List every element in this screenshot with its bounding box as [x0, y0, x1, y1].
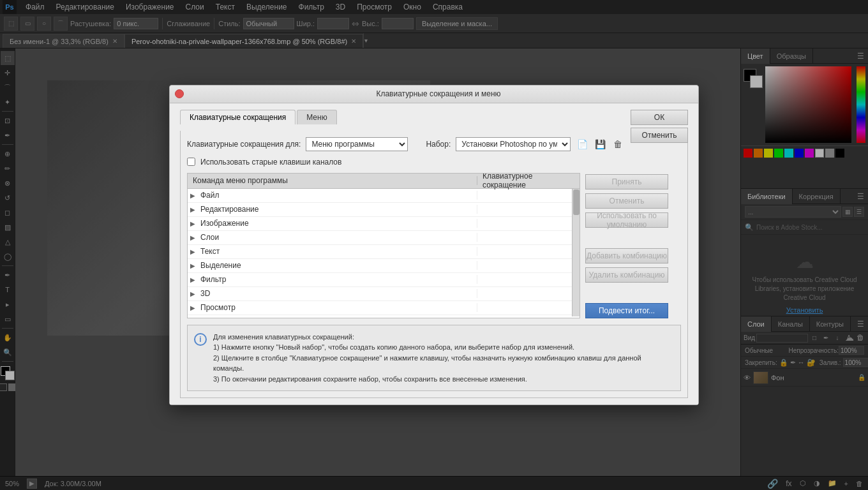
accept-button[interactable]: Принять [585, 174, 668, 189]
dialog-ok-cancel: ОК Отменить [631, 110, 688, 143]
info-icon: i [194, 333, 207, 346]
save-set-icon[interactable]: 💾 [594, 138, 606, 151]
dialog-content-area: Клавиатурные сокращения для: Меню програ… [180, 131, 688, 399]
table-scroll-thumb[interactable] [573, 189, 580, 215]
btn-spacer-2 [585, 286, 681, 299]
delete-set-icon[interactable]: 🗑 [611, 138, 624, 151]
expand-layers[interactable]: ▶ [188, 234, 198, 241]
expand-image[interactable]: ▶ [188, 220, 198, 227]
row-name-layers: Слои [198, 233, 477, 242]
row-3d[interactable]: ▶ 3D [188, 287, 580, 301]
row-name-image: Изображение [198, 219, 477, 228]
row-select[interactable]: ▶ Выделение [188, 259, 580, 273]
dialog-cancel-button[interactable]: Отменить [631, 128, 688, 143]
dialog-title: Клавиатурные сокращения и меню [184, 89, 693, 98]
expand-filter[interactable]: ▶ [188, 276, 198, 283]
use-old-keys-label: Использовать старые клавиши каналов [200, 158, 341, 167]
dialog-overlay: Клавиатурные сокращения и меню ОК Отмени… [0, 0, 868, 490]
use-old-keys-checkbox[interactable] [187, 158, 195, 166]
dialog-info-text: Для изменения клавиатурных сокращений: 1… [213, 332, 671, 385]
expand-text[interactable]: ▶ [188, 248, 198, 255]
new-set-icon[interactable]: 📄 [576, 138, 588, 151]
dialog-titlebar: Клавиатурные сокращения и меню [170, 85, 698, 103]
info-line-3: 3) По окончании редактирования сохраните… [213, 375, 527, 383]
row-filter[interactable]: ▶ Фильтр [188, 273, 580, 287]
col-shortcut: Клавиатурное сокращение [477, 173, 580, 190]
dialog-body: Клавиатурные сокращения Меню Клавиатурны… [170, 103, 698, 405]
dialog-table-area: Команда меню программы Клавиатурное сокр… [187, 173, 580, 318]
row-edit[interactable]: ▶ Редактирование [188, 203, 580, 217]
dialog-tab-shortcuts[interactable]: Клавиатурные сокращения [180, 110, 296, 124]
set-select[interactable]: Установки Photoshop по умо... [456, 137, 571, 151]
row-name-3d: 3D [198, 289, 477, 298]
expand-3d[interactable]: ▶ [188, 290, 198, 297]
info-line-intro: Для изменения клавиатурных сокращений: [213, 333, 354, 341]
dialog-tabs: Клавиатурные сокращения Меню [180, 110, 688, 124]
dialog-close-button[interactable] [175, 89, 184, 98]
expand-edit[interactable]: ▶ [188, 206, 198, 213]
dialog-tab-menu[interactable]: Меню [297, 110, 336, 124]
dialog-checkbox-row: Использовать старые клавиши каналов [187, 158, 681, 167]
shortcut-for-select[interactable]: Меню программы Меню панели Инструменты [306, 137, 408, 151]
row-image[interactable]: ▶ Изображение [188, 217, 580, 231]
row-name-text: Текст [198, 247, 477, 256]
row-view[interactable]: ▶ Просмотр [188, 301, 580, 315]
row-name-edit: Редактирование [198, 205, 477, 214]
dialog-action-buttons: Принять Отменить Использовать по умолчан… [585, 173, 681, 318]
dialog-two-col: Команда меню программы Клавиатурное сокр… [187, 173, 681, 318]
btn-spacer [585, 232, 681, 244]
row-name-filter: Фильтр [198, 275, 477, 284]
dialog-table-header: Команда меню программы Клавиатурное сокр… [188, 174, 580, 189]
row-layers[interactable]: ▶ Слои [188, 231, 580, 245]
dialog-shortcut-row: Клавиатурные сокращения для: Меню програ… [187, 137, 681, 151]
row-file[interactable]: ▶ Файл [188, 189, 580, 203]
dialog-info-box: i Для изменения клавиатурных сокращений:… [187, 325, 681, 392]
expand-select[interactable]: ▶ [188, 262, 198, 269]
row-extra[interactable]: ▶ [188, 315, 580, 316]
dialog-table-body[interactable]: ▶ Файл ▶ Редактирование ▶ [188, 189, 580, 316]
keyboard-shortcuts-dialog: Клавиатурные сокращения и меню ОК Отмени… [169, 85, 699, 406]
set-label: Набор: [426, 140, 451, 149]
summary-button[interactable]: Подвести итог... [585, 303, 668, 318]
shortcut-for-label: Клавиатурные сокращения для: [187, 140, 301, 149]
row-name-file: Файл [198, 191, 477, 200]
use-default-button[interactable]: Использовать по умолчанию [585, 212, 668, 228]
row-name-view: Просмотр [198, 303, 477, 312]
expand-view[interactable]: ▶ [188, 304, 198, 311]
table-scrollbar[interactable] [572, 189, 580, 316]
row-name-select: Выделение [198, 261, 477, 270]
info-line-2: 2) Щелкните в столбце "Клавиатурное сокр… [213, 354, 641, 373]
add-combo-button[interactable]: Добавить комбинацию [585, 248, 668, 264]
remove-combo-button[interactable]: Удалить комбинацию [585, 267, 668, 283]
dialog-ok-button[interactable]: ОК [631, 110, 688, 125]
col-command: Команда меню программы [188, 176, 477, 185]
expand-file[interactable]: ▶ [188, 192, 198, 199]
cancel-action-button[interactable]: Отменить [585, 193, 668, 209]
row-text[interactable]: ▶ Текст [188, 245, 580, 259]
info-line-1: 1) Нажмите кнопку "Новый набор", чтобы с… [213, 343, 574, 351]
